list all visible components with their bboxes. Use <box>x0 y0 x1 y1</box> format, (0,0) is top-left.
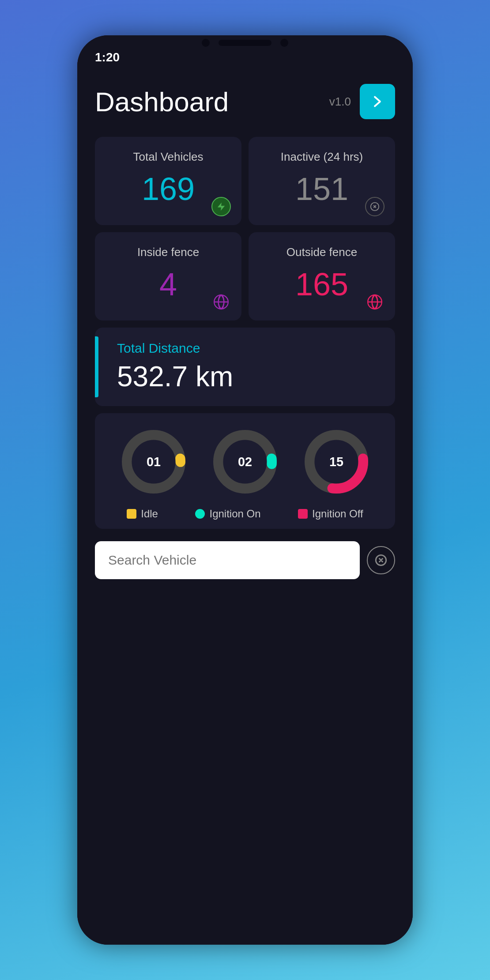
ignition-off-color <box>298 509 308 519</box>
total-vehicles-card[interactable]: Total Vehicles 169 <box>95 137 241 225</box>
screen-content: Dashboard v1.0 Total Vehicles 169 <box>77 71 413 945</box>
svg-text:15: 15 <box>329 455 343 469</box>
chart-idle: 01 <box>118 426 189 497</box>
accent-bar <box>95 336 98 397</box>
ignition-on-label: Ignition On <box>209 508 260 520</box>
inactive-vehicles-value: 151 <box>295 171 348 207</box>
navigate-button[interactable] <box>360 84 395 119</box>
inside-fence-value: 4 <box>159 266 177 302</box>
legend-ignition-on: Ignition On <box>195 508 260 520</box>
ignition-off-label: Ignition Off <box>312 508 363 520</box>
notch <box>202 35 288 47</box>
search-input[interactable] <box>95 541 360 579</box>
status-time: 1:20 <box>95 50 120 64</box>
svg-text:01: 01 <box>147 455 161 469</box>
camera-dot-2 <box>280 39 288 47</box>
phone-frame: 1:20 Dashboard v1.0 <box>77 35 413 945</box>
bolt-icon <box>211 197 231 216</box>
distance-label: Total Distance <box>117 341 382 356</box>
distance-value: 532.7 km <box>117 360 382 393</box>
chart-ignition-off: 15 <box>301 426 372 497</box>
svg-text:02: 02 <box>238 455 252 469</box>
legend-idle: Idle <box>127 508 158 520</box>
version-label: v1.0 <box>329 95 351 109</box>
legends-row: Idle Ignition On Ignition Off <box>108 508 382 520</box>
ignition-on-color <box>195 509 205 519</box>
speaker <box>219 40 271 46</box>
total-vehicles-label: Total Vehicles <box>133 150 204 164</box>
search-clear-button[interactable] <box>367 546 395 574</box>
header: Dashboard v1.0 <box>95 79 395 119</box>
outside-fence-label: Outside fence <box>286 245 357 259</box>
legend-ignition-off: Ignition Off <box>298 508 363 520</box>
outside-fence-value: 165 <box>295 266 348 302</box>
inside-fence-card[interactable]: Inside fence 4 <box>95 232 241 320</box>
inactive-vehicles-card[interactable]: Inactive (24 hrs) 151 <box>249 137 395 225</box>
charts-section: 01 02 <box>95 413 395 529</box>
phone-screen: 1:20 Dashboard v1.0 <box>77 35 413 945</box>
search-container <box>95 541 395 579</box>
camera-dot <box>202 39 210 47</box>
x-circle-icon <box>365 197 384 216</box>
outside-fence-card[interactable]: Outside fence 165 <box>249 232 395 320</box>
total-vehicles-value: 169 <box>142 171 195 207</box>
total-distance-card: Total Distance 532.7 km <box>95 328 395 406</box>
globe-outside-icon <box>365 292 384 312</box>
status-bar: 1:20 <box>77 35 413 71</box>
page-title: Dashboard <box>95 86 229 117</box>
inside-fence-label: Inside fence <box>137 245 199 259</box>
idle-label: Idle <box>141 508 158 520</box>
header-right: v1.0 <box>329 84 395 119</box>
globe-inside-icon <box>211 292 231 312</box>
charts-row: 01 02 <box>108 426 382 497</box>
stats-grid: Total Vehicles 169 Inactive (24 hrs) 151 <box>95 137 395 320</box>
chart-ignition-on: 02 <box>210 426 280 497</box>
inactive-vehicles-label: Inactive (24 hrs) <box>281 150 363 164</box>
idle-color <box>127 509 136 519</box>
